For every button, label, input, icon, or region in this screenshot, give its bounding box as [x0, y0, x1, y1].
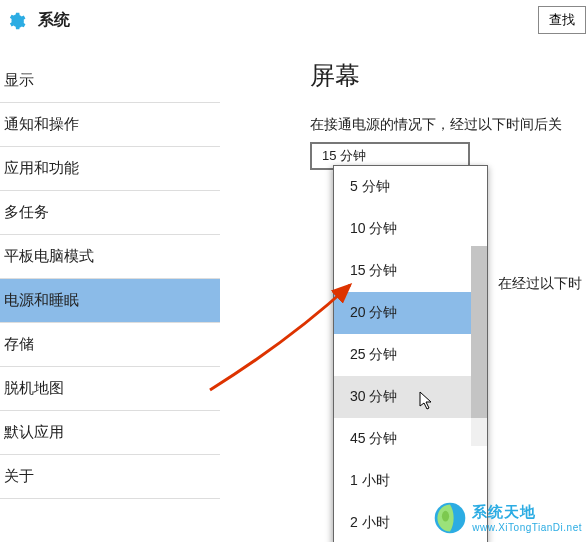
scrollbar-thumb[interactable]: [471, 246, 487, 418]
dropdown-option-10min[interactable]: 10 分钟: [334, 208, 487, 250]
sidebar-item-storage[interactable]: 存储: [0, 323, 220, 367]
sidebar-item-about[interactable]: 关于: [0, 455, 220, 499]
sidebar-item-notifications[interactable]: 通知和操作: [0, 103, 220, 147]
dropdown-scrollbar[interactable]: [471, 246, 487, 446]
dropdown-option-15min[interactable]: 15 分钟: [334, 250, 487, 292]
sidebar-item-label: 多任务: [4, 203, 49, 220]
dropdown-option-30min[interactable]: 30 分钟: [334, 376, 487, 418]
select-value: 15 分钟: [322, 148, 366, 163]
watermark-text: 系统天地 www.XiTongTianDi.net: [472, 503, 582, 533]
svg-point-1: [442, 511, 449, 522]
sidebar-item-label: 应用和功能: [4, 159, 79, 176]
option-label: 20 分钟: [350, 304, 397, 320]
sidebar-item-display[interactable]: 显示: [0, 59, 220, 103]
dropdown-panel: 5 分钟 10 分钟 15 分钟 20 分钟 25 分钟 30 分钟 45 分钟…: [333, 165, 488, 542]
sidebar-item-default-apps[interactable]: 默认应用: [0, 411, 220, 455]
sidebar-item-label: 脱机地图: [4, 379, 64, 396]
main-area: 显示 通知和操作 应用和功能 多任务 平板电脑模式 电源和睡眠 存储 脱机地图 …: [0, 41, 586, 499]
watermark: 系统天地 www.XiTongTianDi.net: [432, 500, 582, 536]
dropdown-option-1h[interactable]: 1 小时: [334, 460, 487, 502]
watermark-title: 系统天地: [472, 503, 582, 522]
dropdown-option-20min[interactable]: 20 分钟: [334, 292, 487, 334]
sidebar-item-label: 显示: [4, 71, 34, 88]
sidebar-item-label: 平板电脑模式: [4, 247, 94, 264]
dropdown-option-45min[interactable]: 45 分钟: [334, 418, 487, 460]
watermark-globe-icon: [432, 500, 468, 536]
watermark-url: www.XiTongTianDi.net: [472, 522, 582, 533]
partial-label: 在经过以下时: [498, 275, 582, 293]
option-label: 1 小时: [350, 472, 390, 488]
option-label: 10 分钟: [350, 220, 397, 236]
option-label: 15 分钟: [350, 262, 397, 278]
header-bar: 系统 查找: [0, 0, 586, 41]
sidebar-item-offline-maps[interactable]: 脱机地图: [0, 367, 220, 411]
option-label: 25 分钟: [350, 346, 397, 362]
setting-description: 在接通电源的情况下，经过以下时间后关: [310, 116, 562, 134]
dropdown-option-25min[interactable]: 25 分钟: [334, 334, 487, 376]
sidebar: 显示 通知和操作 应用和功能 多任务 平板电脑模式 电源和睡眠 存储 脱机地图 …: [0, 41, 220, 499]
sidebar-item-multitask[interactable]: 多任务: [0, 191, 220, 235]
sidebar-item-label: 关于: [4, 467, 34, 484]
sidebar-item-tablet[interactable]: 平板电脑模式: [0, 235, 220, 279]
option-label: 5 分钟: [350, 178, 390, 194]
sidebar-item-apps[interactable]: 应用和功能: [0, 147, 220, 191]
page-title: 系统: [38, 10, 70, 31]
option-label: 45 分钟: [350, 430, 397, 446]
sidebar-item-label: 存储: [4, 335, 34, 352]
dropdown-option-5min[interactable]: 5 分钟: [334, 166, 487, 208]
sidebar-item-label: 默认应用: [4, 423, 64, 440]
sidebar-item-power-sleep[interactable]: 电源和睡眠: [0, 279, 220, 323]
sidebar-item-label: 通知和操作: [4, 115, 79, 132]
option-label: 30 分钟: [350, 388, 397, 404]
section-heading: 屏幕: [310, 59, 562, 92]
find-button[interactable]: 查找: [538, 6, 586, 34]
option-label: 2 小时: [350, 514, 390, 530]
gear-icon: [6, 11, 26, 31]
sidebar-item-label: 电源和睡眠: [4, 291, 79, 308]
